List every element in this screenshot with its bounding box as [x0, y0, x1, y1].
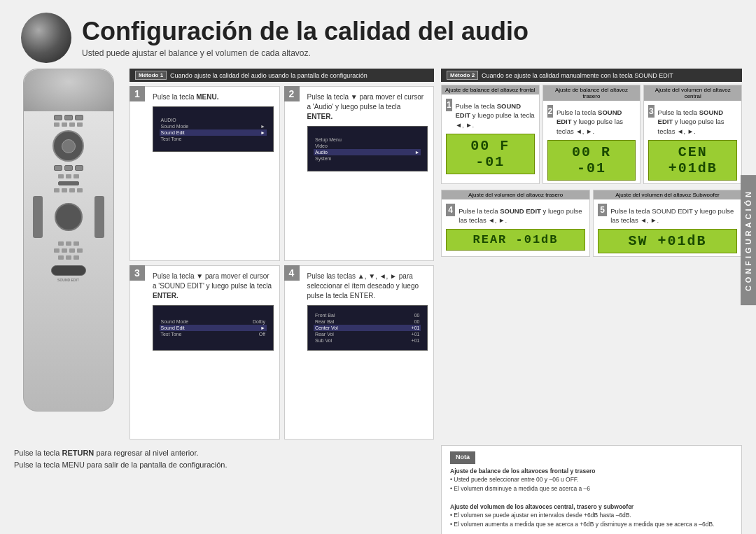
remote-btn-3	[75, 115, 83, 120]
step4-screen-row-1: Front Bal00	[314, 312, 421, 318]
section-front-balance-body: 1 Pulse la tecla SOUND EDIT y luego puls…	[442, 94, 539, 177]
remote-btn-sm-21	[74, 255, 79, 260]
nota-section2: Ajuste del volumen de los altavoces cent…	[450, 503, 733, 529]
section-sub-volume-body: 5 Pulse la tecla SOUND EDIT y luego puls…	[594, 199, 741, 257]
rear-balance-readout: 00 R -01	[547, 140, 636, 181]
nota-section1-title: Ajuste de balance de los altavoces front…	[450, 468, 595, 475]
screen-row-4: Test Tone	[160, 136, 267, 142]
remote-btn-5	[64, 165, 73, 171]
remote-btn-sound-edit	[51, 265, 86, 276]
remote-btn-sm-9	[62, 188, 67, 192]
step3-screen-row-1: Sound ModeDolby	[160, 318, 267, 325]
step-4-screen-content: Front Bal00 Rear Bal00 Center Vol+01 Rea…	[314, 312, 421, 344]
nota-bullet3-text: El volumen se puede ajustar en intervalo…	[454, 512, 631, 519]
remote-btn-sm-18	[77, 248, 83, 253]
step2-screen-row-3: Audio►	[314, 149, 421, 155]
step-4-number: 4	[284, 265, 300, 281]
remote-center-dial	[55, 203, 83, 231]
footer-line-1: Pulse la tecla RETURN para regresar al n…	[14, 449, 227, 457]
step3-screen-row-3: Test ToneOff	[160, 331, 267, 337]
remote-btn-sm-17	[69, 248, 75, 253]
page-title: Configuración de la calidad del audio	[82, 17, 528, 45]
step-1-number: 1	[130, 86, 145, 101]
logo-image	[21, 13, 71, 63]
front-balance-step-num: 1	[446, 99, 452, 111]
remote-btn-sm-16	[62, 248, 67, 253]
sub-volume-text: Pulse la tecla SOUND EDIT y luego pulse …	[610, 206, 737, 225]
step-2-number: 2	[284, 86, 300, 101]
remote-btn-sm-8	[54, 188, 59, 192]
center-volume-text: Pulse la tecla SOUND EDIT y luego pulse …	[658, 108, 737, 136]
remote-btn-4	[54, 165, 62, 171]
footer-line-2: Pulse la tecla MENU para salir de la pan…	[14, 461, 227, 469]
step-3-screen: Sound ModeDolby Sound Edit► Test ToneOff	[153, 305, 274, 351]
right-panel: Método 2 Cuando se ajuste la calidad man…	[441, 69, 742, 440]
remote-btn-sm-7	[74, 174, 79, 178]
step-3-number: 3	[130, 265, 145, 281]
rear-balance-step-num: 2	[547, 105, 553, 118]
remote-btn-sm-4	[77, 122, 83, 127]
right-sections-top: Ajuste de balance del altavoz frontal 1 …	[441, 85, 742, 184]
remote-btn-2	[64, 115, 73, 120]
method2-badge: Método 2	[447, 71, 478, 80]
remote-side-left	[33, 196, 43, 238]
rear-volume-step-num: 4	[446, 204, 455, 216]
rear-balance-text: Pulse la tecla SOUND EDIT y luego pulse …	[556, 108, 636, 136]
step-2-screen-content: Setup Menu Video Audio► System	[314, 136, 421, 162]
remote-btn-sm-1	[54, 122, 59, 127]
step-3-content: Pulse la tecla ▼ para mover el cursor a …	[153, 272, 274, 351]
section-rear-volume: Ajuste del volumen del altavoz trasero 4…	[441, 190, 590, 258]
remote-btn-sm-6	[66, 174, 71, 178]
remote-btn-sm-14	[74, 241, 79, 246]
remote-side-controls	[29, 196, 108, 238]
screen-row-2: Sound Mode►	[160, 123, 267, 129]
front-balance-readout: 00 F -01	[446, 134, 535, 174]
step-4-box: 4 Pulse las teclas ▲, ▼, ◄, ► para selec…	[284, 265, 435, 440]
rear-balance-step: 2 Pulse la tecla SOUND EDIT y luego puls…	[547, 105, 636, 136]
step-4-text: Pulse las teclas ▲, ▼, ◄, ► para selecci…	[307, 272, 428, 301]
section-rear-volume-body: 4 Pulse la tecla SOUND EDIT y luego puls…	[442, 199, 589, 254]
step2-screen-row-2: Video	[314, 143, 421, 149]
section-rear-volume-header: Ajuste del volumen del altavoz trasero	[442, 190, 589, 199]
step4-screen-row-3: Center Vol+01	[314, 325, 421, 331]
front-balance-text: Pulse la tecla SOUND EDIT y luego pulse …	[456, 101, 535, 129]
center-volume-readout: CEN +01dB	[648, 140, 737, 181]
step-4-content: Pulse las teclas ▲, ▼, ◄, ► para selecci…	[307, 272, 428, 351]
front-balance-step: 1 Pulse la tecla SOUND EDIT y luego puls…	[446, 99, 535, 129]
step-3-box: 3 Pulse la tecla ▼ para mover el cursor …	[130, 265, 280, 440]
remote-btn-sm-12	[58, 241, 64, 246]
remote-btn-wide-1	[58, 181, 79, 185]
step4-screen-row-5: Sub Vol+01	[314, 337, 421, 344]
remote-btn-sm-19	[58, 255, 64, 260]
step-2-box: 2 Pulse la tecla ▼ para mover el cursor …	[284, 86, 435, 261]
sub-volume-readout: SW +01dB	[598, 229, 737, 253]
section-sub-volume-header: Ajuste del volumen del altavoz Subwoofer	[594, 190, 741, 199]
remote-circle-inner	[62, 139, 76, 153]
nota-section1: Ajuste de balance de los altavoces front…	[450, 467, 733, 493]
left-panel: SOUND EDIT	[14, 69, 122, 440]
center-volume-step: 3 Pulse la tecla SOUND EDIT y luego puls…	[648, 105, 737, 136]
method1-badge: Método 1	[135, 71, 167, 80]
screen-row-1: AUDIO	[160, 117, 267, 123]
section-rear-balance-body: 2 Pulse la tecla SOUND EDIT y luego puls…	[543, 101, 640, 183]
remote-circle	[52, 130, 84, 162]
remote-btn-sm-13	[66, 241, 71, 246]
step2-screen-row-4: System	[314, 155, 421, 162]
remote-btn-sm-5	[58, 174, 64, 178]
method2-description: Cuando se ajuste la calidad manualmente …	[482, 72, 673, 79]
step-4-screen: Front Bal00 Rear Bal00 Center Vol+01 Rea…	[307, 305, 428, 351]
nota-box: Nota Ajuste de balance de los altavoces …	[441, 445, 742, 534]
method2-header: Método 2 Cuando se ajuste la calidad man…	[441, 69, 742, 82]
step-1-screen: AUDIO Sound Mode► Sound Edit► Test Tone	[153, 106, 274, 152]
screen-row-3: Sound Edit►	[160, 129, 267, 136]
header-text: Configuración de la calidad del audio Us…	[82, 17, 528, 58]
section-sub-volume: Ajuste del volumen del altavoz Subwoofer…	[593, 190, 742, 258]
step-1-text: Pulse la tecla MENU.	[153, 92, 274, 102]
center-panel: Método 1 Cuando ajuste la calidad del au…	[130, 69, 434, 440]
section-center-volume: Ajuste del volumen del altavoz central 3…	[643, 85, 742, 184]
step2-screen-row-1: Setup Menu	[314, 136, 421, 143]
remote-btn-6	[75, 165, 83, 171]
footer-instructions: Pulse la tecla RETURN para regresar al n…	[14, 445, 227, 472]
nota-bullet2-text: El volumen disminuye a medida que se ace…	[454, 485, 590, 492]
step-3-text: Pulse la tecla ▼ para mover el cursor a …	[153, 272, 274, 301]
